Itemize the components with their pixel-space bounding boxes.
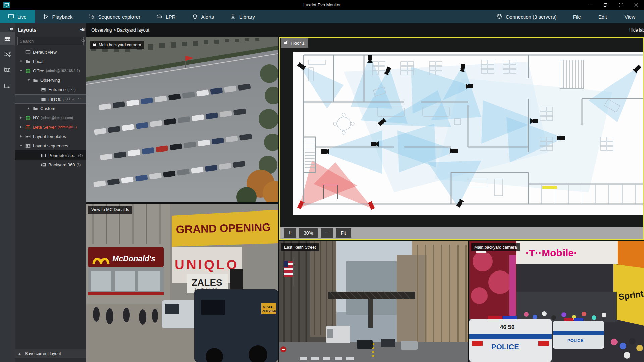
live-icon xyxy=(8,14,14,20)
connection-menu[interactable]: Connection (3 servers) xyxy=(489,13,564,20)
menu-edit[interactable]: Edit xyxy=(590,14,616,20)
playback-icon xyxy=(43,14,49,20)
camera-grid: Main backyard camera GRAND OPENING UNIQL… xyxy=(86,37,644,362)
tab-alerts[interactable]: Alerts xyxy=(184,10,222,23)
folder-icon xyxy=(32,106,39,111)
layout-icon xyxy=(40,87,47,92)
tab-playback[interactable]: Playback xyxy=(35,10,81,23)
camera-feed-image xyxy=(279,241,468,362)
strip-maps-icon[interactable] xyxy=(0,63,15,77)
strip-layouts-icon[interactable] xyxy=(0,32,15,45)
svg-text:46 56: 46 56 xyxy=(500,324,515,330)
tab-library[interactable]: Library xyxy=(222,10,263,23)
layout-tree: Default view Local Office (admin@192.168… xyxy=(15,47,86,169)
layout-icon xyxy=(40,97,47,102)
svg-text:·T··Mobile·: ·T··Mobile· xyxy=(526,247,577,258)
restore-button[interactable] xyxy=(598,0,613,10)
sequence-item-icon xyxy=(40,162,47,167)
camera-feed-image xyxy=(86,37,278,202)
collapse-panel-icon[interactable]: ◂◂ xyxy=(80,26,84,32)
svg-text:POLICE: POLICE xyxy=(491,343,519,351)
tree-item-custom[interactable]: Custom xyxy=(15,104,86,113)
layout-sequences-icon xyxy=(24,143,32,148)
tab-lpr[interactable]: LPR xyxy=(148,10,183,23)
tab-alerts-label: Alerts xyxy=(201,14,214,20)
tree-item-default-view[interactable]: Default view xyxy=(15,47,86,57)
map-zoom-out-button[interactable]: − xyxy=(321,228,333,238)
alerts-icon xyxy=(192,14,198,20)
camera-feed-image: GRAND OPENING UNIQLO McDonald's ZALES JE… xyxy=(86,204,278,362)
chevron-right-icon[interactable] xyxy=(18,135,24,138)
svg-text:GRAND OPENING: GRAND OPENING xyxy=(176,221,271,236)
map-tile-floor-1[interactable]: Floor 1 + 30% − Fit xyxy=(279,37,644,240)
chevron-down-icon[interactable] xyxy=(18,69,24,72)
camera-tile-main-backyard-top[interactable]: Main backyard camera xyxy=(86,37,278,202)
search-input[interactable] xyxy=(18,39,81,44)
tab-sequence-explorer[interactable]: Sequence explorer xyxy=(80,10,148,23)
tree-item-perimeter-sequence[interactable]: Perimeter se... (4) xyxy=(15,150,86,160)
map-fit-button[interactable]: Fit xyxy=(336,228,351,238)
tree-item-local[interactable]: Local xyxy=(15,57,86,66)
connection-label: Connection (3 servers) xyxy=(506,14,557,20)
svg-text:UNIQLO: UNIQLO xyxy=(175,257,239,272)
strip-remote-screen-icon[interactable] xyxy=(0,80,15,93)
tab-sequence-explorer-label: Sequence explorer xyxy=(98,14,140,20)
save-current-layout-button[interactable]: + Save current layout xyxy=(15,349,86,358)
row-menu-icon[interactable]: ••• xyxy=(78,97,83,101)
camera-label: View to MC Donalds xyxy=(88,206,132,214)
chevron-right-icon[interactable] xyxy=(18,125,24,129)
svg-text:POLICE: POLICE xyxy=(567,338,584,343)
menu-view[interactable]: View xyxy=(616,14,644,20)
chevron-right-icon[interactable] xyxy=(25,107,32,110)
main-area: Observing > Backyard layout Hide labels xyxy=(86,23,644,362)
strip-sequences-icon[interactable] xyxy=(0,48,15,61)
layouts-panel: Layouts ◂◂ Default view Local Office (ad… xyxy=(15,23,86,362)
server-icon-green xyxy=(24,68,32,73)
tab-library-label: Library xyxy=(239,14,255,20)
tool-strip: ▸▸ xyxy=(0,23,15,362)
tree-item-observing[interactable]: Observing xyxy=(15,75,86,85)
folder-icon xyxy=(32,78,39,83)
monitor-icon xyxy=(24,50,32,55)
folder-icon xyxy=(24,59,32,64)
tree-item-beta-server[interactable]: Beta Server (admin@l...) xyxy=(15,122,86,132)
chevron-down-icon[interactable] xyxy=(18,144,24,147)
expand-panel-icon[interactable]: ▸▸ xyxy=(10,26,13,31)
panel-title: Layouts xyxy=(18,27,36,33)
camera-label: East Reith Street xyxy=(281,243,319,251)
minimize-button[interactable] xyxy=(582,0,598,10)
chevron-down-icon[interactable] xyxy=(25,78,32,82)
menu-file[interactable]: File xyxy=(564,14,590,20)
sequence-explorer-icon xyxy=(89,14,95,20)
tree-item-first-floor[interactable]: First fl... (1+5) ••• xyxy=(15,94,86,104)
search-box xyxy=(17,37,84,45)
tab-live[interactable]: Live xyxy=(0,10,35,23)
camera-tile-east-reith[interactable]: East Reith Street xyxy=(279,241,468,362)
hide-labels-link[interactable]: Hide labels xyxy=(629,28,644,33)
svg-text:ZALES: ZALES xyxy=(192,277,222,288)
tab-live-label: Live xyxy=(17,14,27,20)
tree-item-entrance[interactable]: Entrance (3×3) xyxy=(15,85,86,94)
fullscreen-button[interactable] xyxy=(613,0,629,10)
map-zoom-in-button[interactable]: + xyxy=(284,228,296,238)
tree-item-ny-server[interactable]: NY (admin@luxriot.com) xyxy=(15,113,86,122)
svg-text:ARMORED: ARMORED xyxy=(262,309,276,312)
tree-item-layout-sequences[interactable]: Layout sequences xyxy=(15,141,86,150)
camera-tile-mcdonalds[interactable]: GRAND OPENING UNIQLO McDonald's ZALES JE… xyxy=(86,204,278,362)
chevron-right-icon[interactable] xyxy=(18,116,24,119)
tree-item-office-server[interactable]: Office (admin@192.168.1.1) xyxy=(15,66,86,75)
tab-lpr-label: LPR xyxy=(166,14,175,20)
tree-item-layout-templates[interactable]: Layout templates xyxy=(15,132,86,141)
server-icon-red xyxy=(24,125,32,130)
tab-playback-label: Playback xyxy=(52,14,73,20)
plus-icon: + xyxy=(15,351,25,357)
layout-templates-icon xyxy=(24,134,32,139)
breadcrumb: Observing > Backyard layout xyxy=(91,27,149,33)
map-zoom-level[interactable]: 30% xyxy=(299,228,318,238)
close-button[interactable] xyxy=(629,0,644,10)
tree-item-backyard-360[interactable]: Backyard 360 (6) xyxy=(15,160,86,169)
floor-plan[interactable] xyxy=(293,52,643,215)
map-controls: + 30% − Fit xyxy=(280,227,643,239)
camera-tile-main-backyard-bottom[interactable]: ·T··Mobile· Sprint POLICE 46 56 POLICE xyxy=(469,241,644,362)
chevron-down-icon[interactable] xyxy=(18,60,24,63)
